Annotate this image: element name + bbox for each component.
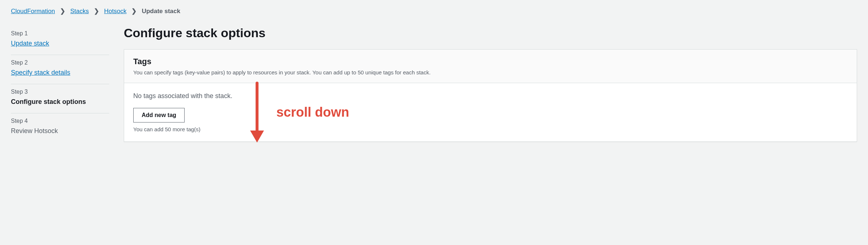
step-title-link[interactable]: Update stack	[11, 40, 49, 47]
add-new-tag-button[interactable]: Add new tag	[133, 108, 185, 122]
breadcrumb-link-cloudformation[interactable]: CloudFormation	[11, 8, 55, 15]
chevron-right-icon: ❯	[131, 7, 137, 15]
step-title-pending: Review Hotsock	[11, 127, 109, 135]
tags-panel: Tags You can specify tags (key-value pai…	[124, 49, 857, 142]
arrow-down-icon	[248, 81, 266, 143]
step-number: Step 4	[11, 118, 109, 124]
breadcrumb-link-stacks[interactable]: Stacks	[70, 8, 89, 15]
wizard-steps: Step 1 Update stack Step 2 Specify stack…	[11, 26, 109, 142]
main-content: Configure stack options Tags You can spe…	[124, 26, 857, 142]
panel-description: You can specify tags (key-value pairs) t…	[133, 69, 848, 75]
breadcrumb: CloudFormation ❯ Stacks ❯ Hotsock ❯ Upda…	[11, 7, 857, 15]
chevron-right-icon: ❯	[60, 7, 65, 15]
panel-body: No tags associated with the stack. Add n…	[124, 83, 857, 141]
page-title: Configure stack options	[124, 26, 857, 40]
breadcrumb-current: Update stack	[142, 8, 180, 15]
step-3: Step 3 Configure stack options	[11, 84, 109, 113]
scroll-annotation: scroll down	[248, 81, 349, 143]
step-title-current: Configure stack options	[11, 98, 109, 106]
panel-title: Tags	[133, 57, 848, 66]
annotation-text: scroll down	[276, 105, 349, 120]
empty-state-text: No tags associated with the stack.	[133, 92, 848, 100]
chevron-right-icon: ❯	[94, 7, 99, 15]
step-number: Step 2	[11, 59, 109, 66]
tag-count-helper: You can add 50 more tag(s)	[133, 126, 848, 132]
step-number: Step 1	[11, 30, 109, 37]
panel-header: Tags You can specify tags (key-value pai…	[124, 50, 857, 83]
step-1[interactable]: Step 1 Update stack	[11, 26, 109, 55]
step-2[interactable]: Step 2 Specify stack details	[11, 55, 109, 84]
breadcrumb-link-hotsock[interactable]: Hotsock	[104, 8, 126, 15]
step-4: Step 4 Review Hotsock	[11, 113, 109, 142]
step-title-link[interactable]: Specify stack details	[11, 69, 70, 76]
step-number: Step 3	[11, 89, 109, 95]
